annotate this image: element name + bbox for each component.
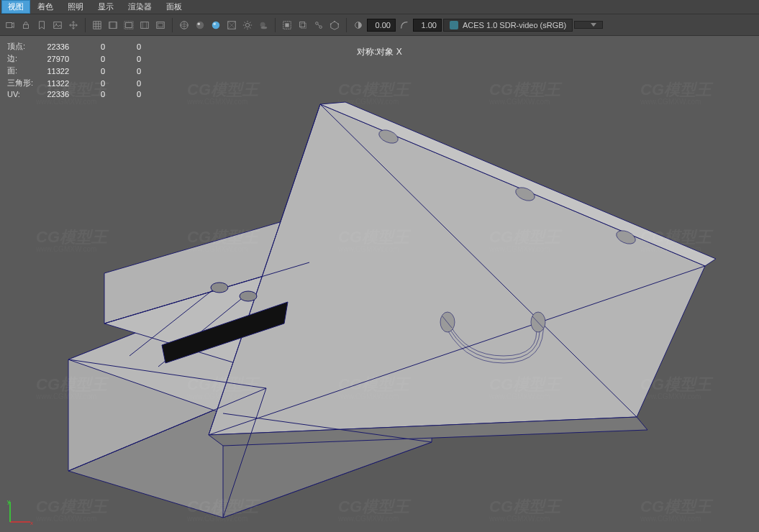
svg-rect-0 — [6, 22, 12, 27]
viewport-toolbar: 0.00 1.00 ACES 1.0 SDR-video (sRGB) — [0, 14, 759, 36]
smooth-shading-icon[interactable] — [193, 18, 207, 32]
svg-rect-6 — [116, 22, 117, 28]
svg-point-25 — [316, 22, 319, 24]
svg-rect-11 — [158, 23, 163, 27]
svg-rect-23 — [300, 22, 305, 27]
svg-point-49 — [440, 312, 455, 332]
exposure-field[interactable]: 0.00 — [367, 19, 396, 32]
view-axis-gizmo: x y — [6, 497, 35, 526]
svg-rect-5 — [109, 22, 111, 28]
bookmark-icon[interactable] — [35, 18, 49, 32]
hud-row-tris: 三角形: 11322 0 0 — [7, 77, 148, 89]
view-transform-caret[interactable] — [574, 21, 603, 29]
gamma-icon[interactable] — [397, 18, 412, 32]
svg-point-13 — [196, 21, 204, 29]
view-transform-label: ACES 1.0 SDR-video (sRGB) — [463, 21, 566, 29]
hud-row-verts: 顶点: 22336 0 0 — [7, 40, 148, 52]
menu-shading[interactable]: 着色 — [30, 0, 60, 14]
svg-text:x: x — [30, 520, 33, 526]
xray-joints-icon[interactable] — [312, 18, 326, 32]
svg-point-28 — [337, 23, 339, 24]
svg-point-59 — [240, 291, 257, 301]
gamma-field[interactable]: 1.00 — [413, 19, 442, 32]
grid-icon[interactable] — [90, 18, 104, 32]
menu-show[interactable]: 显示 — [91, 0, 121, 14]
svg-text:y: y — [7, 498, 10, 505]
svg-rect-24 — [301, 23, 306, 28]
symmetry-status: 对称:对象 X — [357, 46, 402, 58]
two-d-pan-icon[interactable] — [66, 18, 81, 32]
svg-point-50 — [531, 312, 545, 332]
viewport[interactable]: 顶点: 22336 0 0 边: 27970 0 0 面: 11322 0 0 … — [0, 36, 759, 532]
panel-menubar: 视图 着色 照明 显示 渲染器 面板 — [0, 0, 759, 14]
exposure-icon[interactable] — [351, 18, 365, 32]
viewport-scene — [0, 36, 759, 532]
hud-row-edges: 边: 27970 0 0 — [7, 52, 148, 65]
use-all-lights-icon[interactable] — [240, 18, 255, 32]
menu-renderer[interactable]: 渲染器 — [121, 0, 159, 14]
image-plane-icon[interactable] — [50, 18, 65, 32]
view-menu-tab[interactable]: 视图 — [1, 0, 30, 14]
xray-components-icon[interactable] — [327, 18, 342, 32]
svg-point-20 — [261, 26, 268, 29]
xray-icon[interactable] — [296, 18, 310, 32]
shadows-icon[interactable] — [256, 18, 271, 32]
view-transform-swatch — [450, 21, 458, 29]
svg-point-15 — [212, 21, 220, 29]
svg-point-29 — [330, 23, 332, 24]
isolate-select-icon[interactable] — [280, 18, 294, 32]
svg-point-19 — [260, 22, 265, 27]
svg-point-58 — [211, 283, 228, 293]
svg-rect-21 — [285, 23, 288, 27]
gate-mask-icon[interactable] — [122, 18, 136, 32]
textured-shading-icon[interactable] — [224, 18, 239, 32]
wireframe-shading-icon[interactable] — [177, 18, 191, 32]
svg-rect-1 — [24, 24, 29, 28]
select-camera-icon[interactable] — [3, 18, 17, 32]
menu-panels[interactable]: 面板 — [159, 0, 189, 14]
menu-lighting[interactable]: 照明 — [60, 0, 91, 14]
view-transform-dropdown[interactable]: ACES 1.0 SDR-video (sRGB) — [443, 19, 573, 32]
svg-point-16 — [214, 22, 217, 25]
film-gate-icon[interactable] — [106, 18, 120, 32]
hud-row-faces: 面: 11322 0 0 — [7, 65, 148, 77]
svg-point-27 — [334, 20, 335, 22]
resolution-gate-icon[interactable] — [137, 18, 152, 32]
svg-point-14 — [198, 22, 201, 25]
svg-point-26 — [319, 25, 322, 28]
safe-action-icon[interactable] — [153, 18, 168, 32]
svg-rect-7 — [126, 22, 132, 27]
heads-up-display: 顶点: 22336 0 0 边: 27970 0 0 面: 11322 0 0 … — [7, 40, 148, 99]
hud-row-uvs: UV: 22336 0 0 — [7, 89, 148, 99]
lock-camera-icon[interactable] — [19, 18, 33, 32]
svg-rect-9 — [141, 22, 149, 28]
view-menu-label: 视图 — [8, 1, 24, 12]
svg-point-18 — [245, 23, 249, 27]
chevron-down-icon — [591, 23, 596, 27]
material-shading-icon[interactable] — [209, 18, 223, 32]
